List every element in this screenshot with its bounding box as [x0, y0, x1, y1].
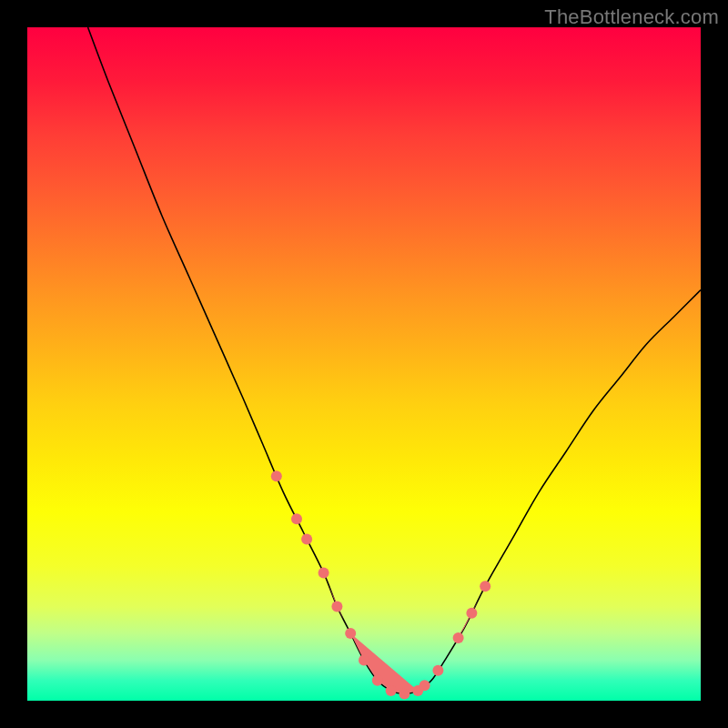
marker-dot: [345, 628, 356, 639]
marker-dot: [372, 675, 383, 686]
marker-dot: [399, 689, 410, 700]
watermark-text: TheBottleneck.com: [544, 5, 719, 29]
marker-dot: [291, 513, 302, 524]
marker-pills-group: [290, 505, 479, 693]
marker-dot: [331, 601, 342, 612]
plot-area: [27, 27, 701, 701]
marker-dot: [453, 632, 464, 643]
marker-dot: [318, 567, 329, 578]
marker-dot: [359, 655, 369, 666]
marker-dot: [420, 680, 430, 691]
marker-dot: [301, 533, 312, 544]
marker-dot: [386, 685, 397, 696]
marker-dot: [271, 470, 282, 481]
marker-dot: [466, 608, 477, 619]
bottleneck-curve: [88, 27, 701, 694]
marker-dot: [432, 665, 443, 676]
curve-svg: [27, 27, 701, 701]
chart-frame: TheBottleneck.com: [0, 0, 728, 728]
marker-dot: [480, 581, 490, 592]
